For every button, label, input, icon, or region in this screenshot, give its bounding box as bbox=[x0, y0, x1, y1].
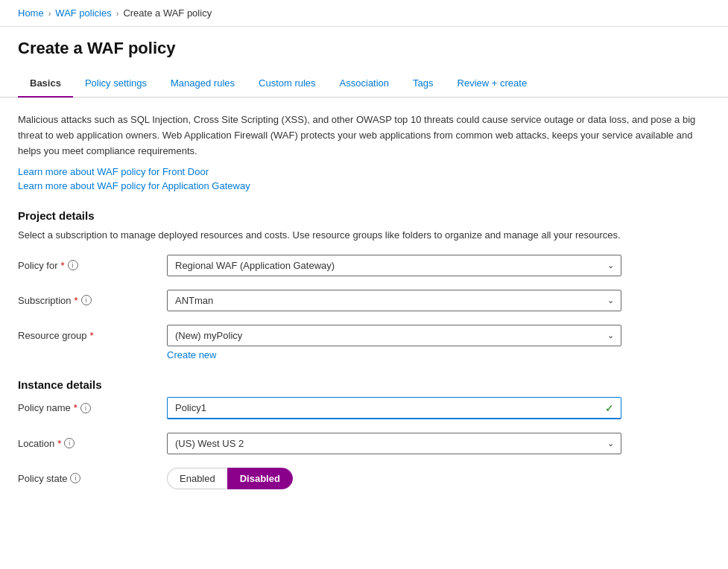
location-label-text: Location bbox=[18, 438, 54, 449]
policy-for-select-wrapper: Regional WAF (Application Gateway) Globa… bbox=[167, 255, 621, 276]
breadcrumb: Home › WAF policies › Create a WAF polic… bbox=[0, 0, 728, 27]
breadcrumb-home[interactable]: Home bbox=[18, 7, 44, 19]
policy-name-label-text: Policy name bbox=[18, 402, 71, 413]
resource-group-select-wrapper: (New) myPolicy ⌄ bbox=[167, 325, 621, 346]
description-text: Malicious attacks such as SQL Injection,… bbox=[18, 112, 697, 159]
tab-custom-rules[interactable]: Custom rules bbox=[247, 70, 328, 98]
breadcrumb-current: Create a WAF policy bbox=[123, 7, 212, 19]
policy-name-label: Policy name * i bbox=[18, 402, 167, 413]
policy-state-toggle: Enabled Disabled bbox=[167, 468, 621, 489]
policy-state-label-text: Policy state bbox=[18, 473, 67, 484]
resource-group-row: Resource group * (New) myPolicy ⌄ Create… bbox=[18, 325, 697, 360]
subscription-row: Subscription * i ANTman ⌄ bbox=[18, 290, 697, 311]
policy-for-label: Policy for * i bbox=[18, 260, 167, 271]
tab-basics[interactable]: Basics bbox=[18, 70, 73, 98]
policy-state-enabled-button[interactable]: Enabled bbox=[167, 468, 227, 489]
tab-policy-settings[interactable]: Policy settings bbox=[73, 70, 159, 98]
project-details-title: Project details bbox=[18, 209, 697, 222]
policy-for-label-text: Policy for bbox=[18, 260, 57, 271]
policy-for-row: Policy for * i Regional WAF (Application… bbox=[18, 255, 697, 276]
resource-group-label: Resource group * bbox=[18, 325, 167, 341]
subscription-label-text: Subscription bbox=[18, 295, 72, 306]
tab-tags[interactable]: Tags bbox=[401, 70, 445, 98]
tab-association[interactable]: Association bbox=[328, 70, 401, 98]
policy-for-select[interactable]: Regional WAF (Application Gateway) Globa… bbox=[167, 255, 621, 276]
page-header: Create a WAF policy bbox=[0, 27, 728, 58]
tab-managed-rules[interactable]: Managed rules bbox=[159, 70, 247, 98]
location-control: (US) West US 2 (US) East US ⌄ bbox=[167, 433, 621, 454]
policy-name-input[interactable] bbox=[167, 397, 621, 419]
tabs-bar: Basics Policy settings Managed rules Cus… bbox=[0, 70, 728, 98]
tab-review-create[interactable]: Review + create bbox=[446, 70, 539, 98]
subscription-info-icon[interactable]: i bbox=[81, 295, 92, 305]
resource-group-required: * bbox=[90, 330, 94, 341]
link-front-door[interactable]: Learn more about WAF policy for Front Do… bbox=[18, 166, 697, 177]
policy-state-disabled-button[interactable]: Disabled bbox=[227, 468, 293, 489]
policy-state-info-icon[interactable]: i bbox=[70, 473, 80, 483]
project-details-desc: Select a subscription to manage deployed… bbox=[18, 228, 697, 243]
policy-state-row: Policy state i Enabled Disabled bbox=[18, 468, 697, 489]
policy-for-control: Regional WAF (Application Gateway) Globa… bbox=[167, 255, 621, 276]
create-new-link[interactable]: Create new bbox=[167, 349, 216, 360]
instance-details-title: Instance details bbox=[18, 378, 697, 391]
policy-name-input-wrapper: ✓ bbox=[167, 397, 621, 419]
location-select[interactable]: (US) West US 2 (US) East US bbox=[167, 433, 621, 454]
subscription-required: * bbox=[75, 295, 78, 306]
breadcrumb-waf[interactable]: WAF policies bbox=[55, 7, 111, 19]
main-content: Malicious attacks such as SQL Injection,… bbox=[0, 98, 715, 518]
resource-group-select[interactable]: (New) myPolicy bbox=[167, 325, 621, 346]
policy-state-control: Enabled Disabled bbox=[167, 468, 621, 489]
location-info-icon[interactable]: i bbox=[64, 438, 75, 448]
policy-for-required: * bbox=[60, 260, 64, 271]
policy-state-label: Policy state i bbox=[18, 473, 167, 484]
location-required: * bbox=[57, 438, 61, 449]
link-app-gateway[interactable]: Learn more about WAF policy for Applicat… bbox=[18, 180, 697, 191]
location-row: Location * i (US) West US 2 (US) East US… bbox=[18, 433, 697, 454]
policy-name-info-icon[interactable]: i bbox=[80, 403, 91, 413]
subscription-select-wrapper: ANTman ⌄ bbox=[167, 290, 621, 311]
policy-name-required: * bbox=[74, 402, 77, 413]
page-title: Create a WAF policy bbox=[18, 39, 710, 58]
location-label: Location * i bbox=[18, 438, 167, 449]
breadcrumb-sep-2: › bbox=[116, 9, 119, 18]
policy-name-control: ✓ bbox=[167, 397, 621, 419]
subscription-select[interactable]: ANTman bbox=[167, 290, 621, 311]
breadcrumb-sep-1: › bbox=[48, 9, 51, 18]
policy-for-info-icon[interactable]: i bbox=[68, 260, 78, 270]
subscription-label: Subscription * i bbox=[18, 295, 167, 306]
resource-group-control: (New) myPolicy ⌄ Create new bbox=[167, 325, 621, 360]
policy-name-row: Policy name * i ✓ bbox=[18, 397, 697, 419]
subscription-control: ANTman ⌄ bbox=[167, 290, 621, 311]
location-select-wrapper: (US) West US 2 (US) East US ⌄ bbox=[167, 433, 621, 454]
resource-group-label-text: Resource group bbox=[18, 330, 87, 341]
